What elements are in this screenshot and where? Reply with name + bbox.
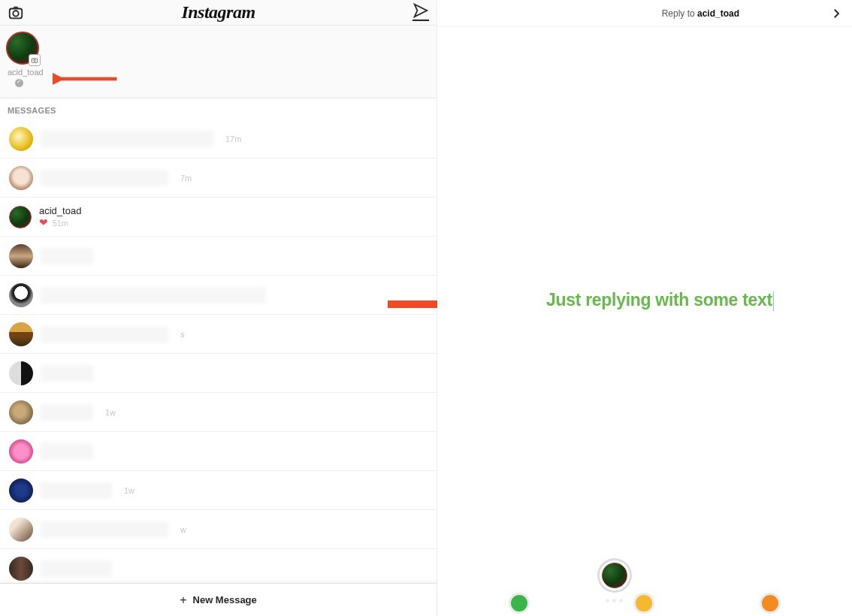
message-username: acid_toad: [39, 205, 81, 216]
reply-username: acid_toad: [697, 8, 739, 19]
message-row[interactable]: [0, 549, 437, 583]
svg-point-3: [34, 59, 36, 62]
color-picker-row: [437, 581, 852, 611]
story-reply-panel: Reply to acid_toad Just replying with so…: [437, 0, 852, 616]
message-row[interactable]: [0, 237, 437, 276]
message-list[interactable]: 17m 7m acid_toad ❤ 51m s: [0, 119, 437, 583]
message-row[interactable]: 1w: [0, 393, 437, 432]
redacted-name: [41, 365, 93, 382]
instagram-logo: Instagram: [181, 2, 255, 23]
camera-icon[interactable]: [8, 5, 24, 21]
redacted-name: [41, 482, 112, 499]
avatar-icon: [9, 166, 33, 190]
message-time: s: [180, 330, 185, 339]
avatar-icon: [9, 479, 33, 503]
verified-badge-icon: [15, 79, 23, 87]
message-row[interactable]: w: [0, 510, 437, 549]
story-username: acid_toad: [8, 68, 431, 77]
plus-icon: +: [180, 593, 186, 607]
message-time: w: [180, 525, 186, 534]
avatar-icon: [9, 206, 32, 228]
avatar-icon: [9, 518, 33, 542]
app-header: Instagram: [0, 0, 437, 26]
reply-target-avatar[interactable]: [600, 560, 630, 590]
message-time: 7m: [180, 174, 192, 183]
avatar-icon: [9, 361, 33, 385]
redacted-name: [41, 326, 168, 343]
message-row[interactable]: 17m: [0, 119, 437, 159]
avatar-icon: [9, 127, 33, 151]
redacted-name: [41, 287, 266, 303]
avatar-icon: [9, 322, 33, 346]
message-time: 17m: [225, 134, 241, 143]
svg-point-1: [13, 11, 18, 16]
message-time: 51m: [53, 219, 68, 228]
redacted-name: [41, 248, 93, 264]
reply-prefix: Reply to: [662, 8, 697, 19]
redacted-name: [41, 170, 168, 186]
my-story-avatar[interactable]: [6, 32, 39, 65]
message-row[interactable]: [0, 432, 437, 471]
color-swatch-yellow[interactable]: [636, 595, 652, 611]
message-time: 1w: [124, 486, 134, 495]
story-row: acid_toad: [0, 26, 437, 98]
avatar-icon: [9, 557, 33, 581]
reply-header: Reply to acid_toad: [437, 0, 852, 27]
svg-rect-2: [32, 59, 38, 62]
message-time: 1w: [105, 408, 116, 417]
typed-text: Just replying with some text: [546, 290, 772, 310]
new-message-button[interactable]: + New Message: [0, 583, 437, 616]
message-row[interactable]: s: [0, 315, 437, 354]
messages-section-header: MESSAGES: [0, 98, 437, 119]
reply-text-input[interactable]: Just replying with some text: [546, 290, 774, 311]
message-row[interactable]: 1w: [0, 471, 437, 510]
dm-inbox-panel: Instagram acid_toad MESSAGES: [0, 0, 437, 616]
color-swatch-green[interactable]: [511, 595, 527, 611]
text-cursor: [773, 291, 774, 311]
message-row[interactable]: acid_toad ❤ 51m: [0, 198, 437, 237]
send-icon[interactable]: [412, 5, 429, 21]
avatar-icon: [9, 244, 33, 268]
avatar-icon: [602, 563, 627, 588]
reply-to-label: Reply to acid_toad: [662, 8, 739, 19]
redacted-name: [41, 131, 213, 147]
redacted-name: [41, 521, 168, 538]
avatar-icon: [9, 283, 33, 307]
redacted-name: [41, 560, 112, 577]
avatar-icon: [9, 400, 33, 424]
redacted-name: [41, 443, 93, 460]
redacted-name: [41, 404, 93, 421]
chevron-right-icon[interactable]: [829, 7, 843, 20]
message-row[interactable]: 7m: [0, 159, 437, 198]
heart-icon: ❤: [39, 216, 48, 228]
color-swatch-orange[interactable]: [762, 595, 778, 611]
new-message-label: New Message: [193, 594, 257, 605]
add-story-camera-icon[interactable]: [29, 54, 41, 66]
avatar-icon: [9, 439, 33, 464]
message-row[interactable]: [0, 276, 437, 315]
decorative-dots: [606, 599, 623, 602]
message-row[interactable]: [0, 354, 437, 393]
